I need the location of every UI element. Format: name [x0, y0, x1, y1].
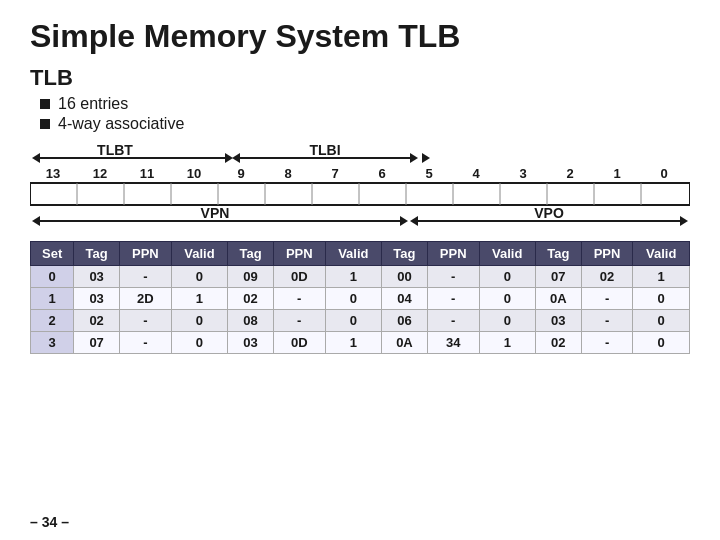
data-cell: -: [427, 266, 479, 288]
svg-marker-38: [32, 216, 40, 226]
data-cell: 03: [535, 310, 581, 332]
data-cell: -: [120, 332, 172, 354]
data-cell: -: [427, 288, 479, 310]
data-cell: -: [120, 310, 172, 332]
data-cell: 1: [479, 332, 535, 354]
svg-marker-39: [400, 216, 408, 226]
data-cell: 0: [633, 288, 690, 310]
svg-text:8: 8: [284, 166, 291, 181]
set-cell: 1: [31, 288, 74, 310]
bullet-icon-1: [40, 99, 50, 109]
data-cell: 08: [228, 310, 274, 332]
diagram-svg: TLBT TLBI 13 12 11 10 9 8 7 6 5 4 3 2 1 …: [30, 143, 690, 233]
data-cell: 06: [382, 310, 428, 332]
data-cell: 04: [382, 288, 428, 310]
svg-marker-6: [410, 153, 418, 163]
col-header-valid-1: Valid: [171, 242, 227, 266]
svg-text:11: 11: [140, 166, 154, 181]
col-header-ppn-2: PPN: [273, 242, 325, 266]
data-cell: -: [273, 310, 325, 332]
main-title: Simple Memory System TLB: [30, 18, 690, 55]
svg-text:VPO: VPO: [534, 205, 564, 221]
svg-text:TLBT: TLBT: [97, 143, 133, 158]
svg-text:6: 6: [378, 166, 385, 181]
data-cell: 0: [325, 310, 381, 332]
col-header-ppn-1: PPN: [120, 242, 172, 266]
table-row: 1032D102-004-00A-0: [31, 288, 690, 310]
footer-text: – 34 –: [30, 514, 69, 530]
svg-text:2: 2: [566, 166, 573, 181]
svg-text:5: 5: [425, 166, 432, 181]
data-cell: 0: [633, 332, 690, 354]
data-cell: 0: [479, 288, 535, 310]
svg-rect-23: [30, 183, 690, 205]
col-header-valid-3: Valid: [479, 242, 535, 266]
data-cell: 1: [325, 332, 381, 354]
data-cell: 03: [74, 266, 120, 288]
data-cell: 0D: [273, 332, 325, 354]
bullet-list: 16 entries 4-way associative: [40, 95, 690, 133]
svg-text:VPN: VPN: [201, 205, 230, 221]
data-cell: 0: [171, 266, 227, 288]
data-cell: 02: [228, 288, 274, 310]
svg-marker-42: [410, 216, 418, 226]
page: Simple Memory System TLB TLB 16 entries …: [0, 0, 720, 540]
bit-diagram: TLBT TLBI 13 12 11 10 9 8 7 6 5 4 3 2 1 …: [30, 143, 690, 233]
table-row: 003-0090D100-007021: [31, 266, 690, 288]
data-cell: 0D: [273, 266, 325, 288]
data-cell: 09: [228, 266, 274, 288]
col-header-ppn-4: PPN: [581, 242, 633, 266]
bullet-text-2: 4-way associative: [58, 115, 184, 133]
set-cell: 0: [31, 266, 74, 288]
data-cell: 0A: [535, 288, 581, 310]
section-title: TLB: [30, 65, 690, 91]
data-cell: 1: [171, 288, 227, 310]
svg-text:7: 7: [331, 166, 338, 181]
data-cell: 03: [228, 332, 274, 354]
data-cell: -: [120, 266, 172, 288]
data-cell: -: [581, 332, 633, 354]
svg-text:1: 1: [613, 166, 620, 181]
data-cell: 07: [74, 332, 120, 354]
data-cell: 1: [325, 266, 381, 288]
col-header-tag-3: Tag: [382, 242, 428, 266]
data-cell: 02: [535, 332, 581, 354]
data-cell: -: [427, 310, 479, 332]
svg-text:0: 0: [660, 166, 667, 181]
table-row: 202-008-006-003-0: [31, 310, 690, 332]
tlb-table: Set Tag PPN Valid Tag PPN Valid Tag PPN …: [30, 241, 690, 354]
data-cell: 03: [74, 288, 120, 310]
data-cell: 0: [325, 288, 381, 310]
data-cell: 0A: [382, 332, 428, 354]
col-header-set: Set: [31, 242, 74, 266]
bullet-item-1: 16 entries: [40, 95, 690, 113]
data-cell: 02: [581, 266, 633, 288]
tlb-table-container: Set Tag PPN Valid Tag PPN Valid Tag PPN …: [30, 241, 690, 354]
svg-text:TLBI: TLBI: [309, 143, 340, 158]
col-header-tag-2: Tag: [228, 242, 274, 266]
data-cell: 0: [171, 310, 227, 332]
bullet-icon-2: [40, 119, 50, 129]
table-row: 307-0030D10A34102-0: [31, 332, 690, 354]
svg-marker-1: [32, 153, 40, 163]
svg-marker-8: [422, 153, 430, 163]
col-header-tag-4: Tag: [535, 242, 581, 266]
svg-text:13: 13: [46, 166, 60, 181]
data-cell: 07: [535, 266, 581, 288]
data-cell: 00: [382, 266, 428, 288]
data-cell: 34: [427, 332, 479, 354]
bullet-text-1: 16 entries: [58, 95, 128, 113]
data-cell: 02: [74, 310, 120, 332]
svg-text:4: 4: [472, 166, 480, 181]
set-cell: 2: [31, 310, 74, 332]
svg-marker-2: [225, 153, 233, 163]
data-cell: 0: [479, 310, 535, 332]
data-cell: -: [581, 288, 633, 310]
svg-text:12: 12: [93, 166, 107, 181]
svg-text:10: 10: [187, 166, 201, 181]
svg-marker-43: [680, 216, 688, 226]
svg-text:9: 9: [237, 166, 244, 181]
col-header-ppn-3: PPN: [427, 242, 479, 266]
svg-marker-5: [232, 153, 240, 163]
col-header-valid-2: Valid: [325, 242, 381, 266]
